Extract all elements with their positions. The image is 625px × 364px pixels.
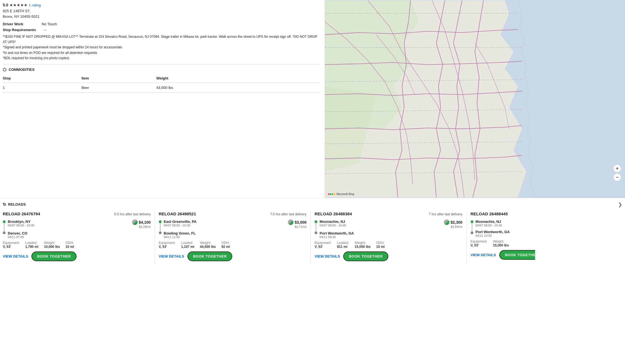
col-weight: Weight xyxy=(156,75,320,83)
loaded-value-2: 1,107 mi xyxy=(181,245,194,249)
equip-weight-2: Weight: 44,500 lbs xyxy=(200,241,216,249)
view-details-btn-3[interactable]: VIEW DETAILS xyxy=(315,254,340,258)
book-together-btn-3[interactable]: BOOK TOGETHER xyxy=(343,251,388,261)
reloads-grid: RELOAD 26476794 6.5 hrs after last deliv… xyxy=(3,211,622,264)
note-3: *In and out times on POD are required fo… xyxy=(3,50,320,56)
divider-1 xyxy=(3,64,320,64)
stop-req-row: Stop Requirements -- xyxy=(3,28,320,32)
route-pair-2: East Greenville, PA 04/07 08:00 - 16:30 … xyxy=(159,220,307,239)
commodity-weight: 43,500 lbs xyxy=(156,83,320,93)
origin-dot-3 xyxy=(315,220,317,223)
dot-line-4 xyxy=(472,223,472,231)
route-pair-1: Brooklyn, NY 04/07 08:00 - 15:00 $4,100 … xyxy=(3,220,151,239)
book-together-btn-1[interactable]: BOOK TOGETHER xyxy=(31,251,76,261)
route-content-4: Moonachie, NJ 04/07 08:00 - 15:45 Port W… xyxy=(476,220,619,237)
equipment-row-1: Equipment: V, 53' Loaded: 1,790 mi Weigh… xyxy=(3,241,151,249)
dest-dot-2 xyxy=(159,231,162,234)
equip-odh-3: ODH: 10 mi xyxy=(376,241,385,249)
price-main-2: $3,000 xyxy=(295,220,307,225)
odh-value-1: 10 mi xyxy=(65,245,74,249)
origin-stop-1: Brooklyn, NY 04/07 08:00 - 15:00 $4,100 … xyxy=(8,220,151,228)
map-container: + − ■■■■ Microsoft Bing xyxy=(325,0,625,198)
origin-dot-4 xyxy=(471,220,473,223)
reload-id-4: RELOAD 26488445 xyxy=(471,211,508,216)
fare-icon-2 xyxy=(288,220,293,225)
dest-date-3: 04/11 08:30 xyxy=(320,235,354,239)
box-icon: ⬡ xyxy=(3,67,6,72)
map-panel: + − ■■■■ Microsoft Bing xyxy=(325,0,625,198)
reload-id-2: RELOAD 26498521 xyxy=(159,211,196,216)
route-content-3: Moonachie, NJ 04/07 08:00 - 15:45 $2,300… xyxy=(320,220,463,239)
dest-date-2: 04/11 11:00 xyxy=(164,235,196,239)
origin-date-2: 04/07 08:00 - 16:30 xyxy=(164,224,197,227)
dest-dot-3 xyxy=(315,231,317,234)
fare-icon-3 xyxy=(444,220,449,225)
origin-stop-3: Moonachie, NJ 04/07 08:00 - 15:45 $2,300… xyxy=(320,220,463,228)
origin-dot-1 xyxy=(3,220,6,223)
weight-value-3: 15,000 lbs xyxy=(355,245,370,249)
address-line2: Bronx, NY 10455-5021 xyxy=(3,14,320,19)
reload-timing-2: 7.5 hrs after last delivery xyxy=(270,212,307,216)
reloads-chevron[interactable]: ❯ xyxy=(618,201,622,208)
odh-value-2: 92 mi xyxy=(221,245,230,249)
rating-score: 5.0 xyxy=(3,3,8,7)
equipment-row-3: Equipment: V, 53' Loaded: 811 mi Weight:… xyxy=(315,241,463,249)
route-dots-3 xyxy=(315,220,317,239)
origin-stop-2: East Greenville, PA 04/07 08:00 - 16:30 … xyxy=(164,220,307,228)
dest-date-1: 04/11 07:00 xyxy=(8,235,27,239)
reload-card-2-header: RELOAD 26498521 7.5 hrs after last deliv… xyxy=(159,211,307,217)
commodities-table: Stop Item Weight 1 Beer 43,500 lbs xyxy=(3,75,320,93)
dot-line-1 xyxy=(4,223,4,231)
reload-id-3: RELOAD 26488384 xyxy=(315,211,352,216)
origin-date-3: 04/07 08:00 - 15:45 xyxy=(320,224,346,227)
reloads-title-text: RELOADS xyxy=(8,202,26,206)
view-details-btn-2[interactable]: VIEW DETAILS xyxy=(159,254,184,258)
dest-dot-4 xyxy=(471,231,473,234)
dest-city-3: Port Wentworth, GA xyxy=(320,231,354,235)
book-together-btn-2[interactable]: BOOK TOGETHER xyxy=(187,251,232,261)
stop-req-value: -- xyxy=(44,28,46,32)
book-together-btn-4[interactable]: BOOK TOGETHER xyxy=(499,250,544,260)
route-dots-2 xyxy=(159,220,162,239)
zoom-in-button[interactable]: + xyxy=(613,164,621,172)
reload-id-1: RELOAD 26476794 xyxy=(3,211,40,216)
price-per-mile-2: $2.71/mi xyxy=(288,225,307,228)
origin-city-4: Moonachie, NJ xyxy=(476,220,502,224)
reload-icon: ↻ xyxy=(3,202,6,207)
card-actions-4: VIEW DETAILS BOOK TOGETHER xyxy=(471,250,619,260)
origin-dot-2 xyxy=(159,220,162,223)
dot-line-2 xyxy=(160,223,160,231)
dest-stop-3: Port Wentworth, GA 04/11 08:30 xyxy=(320,231,463,239)
map-controls[interactable]: + − xyxy=(613,164,621,181)
fare-icon-1 xyxy=(132,220,138,225)
route-dots-4 xyxy=(471,220,473,237)
rating-link[interactable]: 1 rating xyxy=(29,3,41,7)
dest-stop-2: Bowling Green, FL 04/11 11:00 xyxy=(164,231,307,239)
rating-row: 5.0 ★★★★★ 1 rating xyxy=(3,3,320,7)
origin-date-1: 04/07 08:00 - 15:00 xyxy=(8,224,34,227)
price-per-mile-3: $2.84/mi xyxy=(444,225,463,228)
route-content-1: Brooklyn, NY 04/07 08:00 - 15:00 $4,100 … xyxy=(8,220,151,239)
equip-odh-1: ODH: 10 mi xyxy=(65,241,74,249)
dest-city-2: Bowling Green, FL xyxy=(164,231,196,235)
reload-card-1-header: RELOAD 26476794 6.5 hrs after last deliv… xyxy=(3,211,151,217)
dest-date-4: 04/11 10:30 xyxy=(476,234,510,237)
origin-city-2: East Greenville, PA xyxy=(164,220,197,224)
commodity-stop: 1 xyxy=(3,83,81,93)
commodities-header: ⬡ COMMODITIES xyxy=(3,67,320,72)
equip-loaded-2: Loaded: 1,107 mi xyxy=(181,241,194,249)
zoom-out-button[interactable]: − xyxy=(613,173,621,181)
notes-block: **$150 FINE IF NOT DROPPED @ MIKASA LOT*… xyxy=(3,34,320,61)
dest-city-1: Denver, CO xyxy=(8,231,27,235)
driver-work-label: Driver Work xyxy=(3,22,42,26)
price-block-3: $2,300 $2.84/mi xyxy=(444,220,463,228)
note-4: *BOL required for invoicing (no photo co… xyxy=(3,56,320,61)
reloads-title: ↻ RELOADS xyxy=(3,202,26,207)
view-details-btn-1[interactable]: VIEW DETAILS xyxy=(3,254,28,258)
view-details-btn-4[interactable]: VIEW DETAILS xyxy=(471,253,496,257)
price-main-1: $4,100 xyxy=(139,220,151,225)
col-stop: Stop xyxy=(3,75,81,83)
loaded-value-1: 1,790 mi xyxy=(25,245,38,249)
reload-timing-1: 6.5 hrs after last delivery xyxy=(114,212,151,216)
weight-value-1: 10,000 lbs xyxy=(44,245,60,249)
